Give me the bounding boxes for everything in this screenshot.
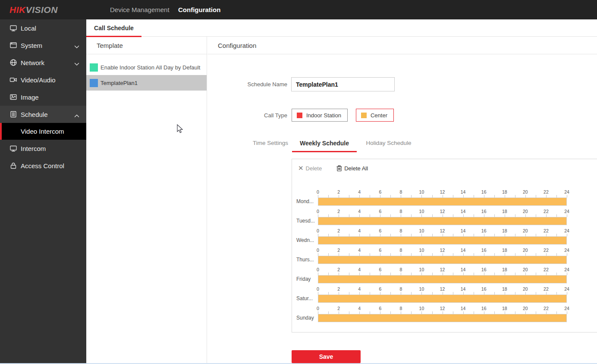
- monitor-icon: [9, 24, 17, 32]
- hour-tick-label: 24: [562, 248, 572, 253]
- tab-call-schedule[interactable]: Call Schedule: [86, 19, 141, 37]
- tab-weekly-schedule[interactable]: Weekly Schedule: [292, 137, 357, 152]
- hour-tick-label: 14: [459, 306, 468, 311]
- nav-configuration[interactable]: Configuration: [178, 0, 220, 19]
- schedule-bar-track[interactable]: [318, 256, 567, 264]
- schedule-row-7: Sunday 024681012141618202224: [292, 306, 597, 325]
- hour-tick-label: 6: [375, 306, 385, 311]
- active-tab-underline: [292, 151, 357, 152]
- sidebar-item-intercom[interactable]: Intercom: [0, 140, 86, 157]
- template-list-item[interactable]: TemplatePlan1: [86, 75, 207, 91]
- hour-tick-label: 6: [375, 228, 385, 233]
- hour-tick-label: 0: [313, 189, 323, 195]
- template-list-item[interactable]: Enable Indoor Station All Day by Default: [86, 60, 207, 75]
- sidebar-item-access-control[interactable]: Access Control: [0, 157, 86, 174]
- hour-tick-label: 4: [355, 228, 364, 233]
- template-list: Enable Indoor Station All Day by Default…: [86, 60, 207, 91]
- hour-tick-label: 2: [334, 286, 343, 292]
- template-color-swatch: [90, 79, 98, 87]
- hour-tick-label: 4: [355, 267, 364, 272]
- hour-tick-label: 10: [417, 189, 426, 195]
- delete-button[interactable]: ✕ Delete: [298, 164, 322, 172]
- hour-tick-label: 8: [396, 248, 405, 253]
- hour-tick-label: 2: [334, 306, 343, 311]
- hour-tick-label: 12: [438, 228, 447, 233]
- schedule-row-5: Friday 024681012141618202224: [292, 267, 597, 286]
- schedule-bar-segment[interactable]: [318, 314, 566, 322]
- nav-device-management[interactable]: Device Management: [110, 0, 170, 19]
- hour-tick-mark: [567, 292, 567, 295]
- tab-time-settings[interactable]: Time Settings: [249, 137, 292, 152]
- hour-tick-label: 6: [375, 189, 385, 195]
- hour-tick-label: 16: [479, 306, 489, 311]
- hour-tick-mark: [567, 311, 567, 314]
- schedule-bar-segment[interactable]: [318, 198, 566, 205]
- schedule-bar-segment[interactable]: [318, 276, 566, 283]
- hour-tick-label: 2: [334, 189, 343, 195]
- schedule-bar-track[interactable]: [318, 236, 567, 245]
- schedule-bar-track[interactable]: [318, 295, 567, 303]
- schedule-row-2: Tuesd... 024681012141618202224: [292, 209, 597, 228]
- schedule-bar-track[interactable]: [318, 217, 567, 225]
- day-label: Wedn...: [296, 237, 317, 243]
- schedule-bar-track[interactable]: [318, 198, 567, 206]
- schedule-bar-segment[interactable]: [318, 295, 566, 302]
- hour-scale: 024681012141618202224: [318, 286, 567, 306]
- app-window: HIKVISION Device Management Configuratio…: [0, 0, 597, 364]
- hour-tick-label: 4: [355, 248, 364, 253]
- hour-scale: 024681012141618202224: [318, 248, 567, 267]
- hour-tick-label: 16: [479, 248, 489, 253]
- hour-tick-label: 8: [396, 306, 405, 311]
- schedule-toolbar: ✕ Delete Delete All: [298, 164, 368, 172]
- configuration-panel-title: Configuration: [207, 37, 597, 54]
- template-color-swatch: [90, 63, 98, 72]
- trash-icon: [336, 165, 342, 171]
- schedule-bar-segment[interactable]: [318, 256, 566, 264]
- template-panel-title: Template: [86, 37, 207, 54]
- sidebar-item-image[interactable]: Image: [0, 88, 86, 106]
- hour-tick-label: 0: [313, 306, 323, 311]
- sidebar-subitem-video-intercom[interactable]: Video Intercom: [0, 123, 86, 140]
- schedule-tabs: Time SettingsWeekly ScheduleHoliday Sche…: [249, 137, 415, 152]
- call-type-indoor-station-button[interactable]: Indoor Station: [292, 109, 348, 122]
- hour-tick-label: 18: [500, 267, 509, 272]
- hour-tick-label: 10: [417, 248, 426, 253]
- hour-tick-label: 2: [334, 209, 343, 214]
- hour-tick-label: 2: [334, 228, 343, 233]
- hour-tick-label: 12: [438, 267, 447, 272]
- schedule-name-input[interactable]: [291, 77, 395, 91]
- hour-tick-label: 18: [500, 209, 509, 214]
- hour-tick-label: 6: [375, 209, 385, 214]
- sidebar: Local System Network Video/Audio Ima: [0, 19, 86, 364]
- hour-tick-label: 20: [521, 228, 530, 233]
- save-button[interactable]: Save: [292, 350, 361, 363]
- sidebar-item-schedule[interactable]: Schedule: [0, 106, 86, 123]
- hour-tick-label: 2: [334, 248, 343, 253]
- sidebar-item-video-audio[interactable]: Video/Audio: [0, 71, 86, 88]
- schedule-bar-segment[interactable]: [318, 217, 566, 225]
- schedule-bar-segment[interactable]: [318, 237, 566, 244]
- hour-tick-label: 14: [459, 228, 468, 233]
- call-type-center-button[interactable]: Center: [356, 109, 394, 122]
- sidebar-item-local[interactable]: Local: [0, 19, 86, 37]
- day-label: Tuesd...: [296, 218, 317, 224]
- schedule-bar-track[interactable]: [318, 275, 567, 283]
- hour-tick-label: 22: [541, 286, 551, 292]
- schedule-icon: [9, 110, 17, 118]
- hour-tick-label: 0: [313, 209, 323, 214]
- schedule-bar-track[interactable]: [318, 314, 567, 322]
- monitor-icon: [9, 144, 17, 152]
- hour-tick-label: 12: [438, 209, 447, 214]
- hour-tick-label: 10: [417, 286, 426, 292]
- schedule-row-3: Wedn... 024681012141618202224: [292, 228, 597, 248]
- tab-holiday-schedule[interactable]: Holiday Schedule: [362, 137, 415, 152]
- hour-tick-label: 4: [355, 286, 364, 292]
- hour-tick-label: 14: [459, 286, 468, 292]
- sidebar-item-system[interactable]: System: [0, 37, 86, 54]
- hour-tick-label: 16: [479, 228, 489, 233]
- delete-all-button[interactable]: Delete All: [336, 165, 368, 172]
- hour-tick-label: 14: [459, 209, 468, 214]
- day-label: Satur...: [296, 295, 317, 301]
- call-type-options: Indoor Station Center: [292, 109, 394, 122]
- sidebar-item-network[interactable]: Network: [0, 54, 86, 71]
